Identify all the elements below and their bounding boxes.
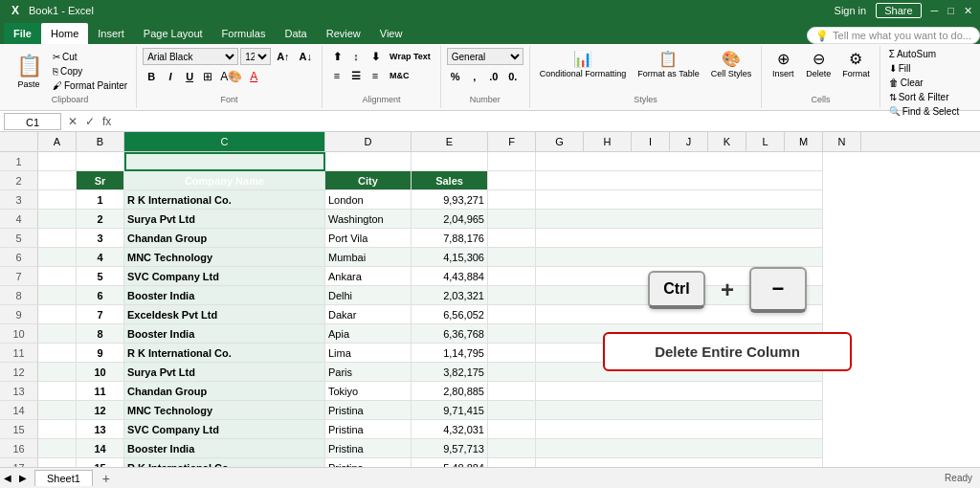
increase-decimal-btn[interactable]: .0 [485,68,502,85]
cell-A17[interactable] [38,458,77,467]
cell-B11[interactable]: 9 [77,344,124,363]
cut-button[interactable]: ✂ Cut [50,51,130,63]
copy-button[interactable]: ⎘ Copy [50,65,130,78]
cell-B16[interactable]: 14 [77,439,124,458]
sort-filter-btn[interactable]: ⇅ Sort & Filter [886,91,962,103]
tab-formulas[interactable]: Formulas [212,23,276,44]
formula-input[interactable] [118,116,976,127]
increase-font-btn[interactable]: A↑ [273,48,293,65]
align-left-btn[interactable]: ≡ [328,67,345,84]
tell-me-bar[interactable]: 💡 Tell me what you want to do... [807,27,980,44]
minimize-btn[interactable]: ─ [931,5,939,16]
cell-E9[interactable]: 6,56,052 [412,305,488,324]
col-header-E[interactable]: E [412,132,488,151]
col-header-K[interactable]: K [708,132,746,151]
cell-C9[interactable]: Exceldesk Pvt Ltd [124,305,325,324]
font-color-icon[interactable]: A [247,69,260,84]
tab-page-layout[interactable]: Page Layout [134,23,212,44]
merge-center-btn[interactable]: M&C [386,67,413,84]
cell-E4[interactable]: 2,04,965 [412,210,488,229]
cell-E17[interactable]: 5,48,884 [412,458,488,467]
tab-review[interactable]: Review [317,23,370,44]
cell-F1[interactable] [488,152,536,171]
col-header-D[interactable]: D [325,132,412,151]
cell-A15[interactable] [38,420,77,439]
cell-E11[interactable]: 1,14,795 [412,344,488,363]
col-header-A[interactable]: A [38,132,77,151]
fill-btn[interactable]: ⬇ Fill [886,62,962,75]
cell-rest-1[interactable] [536,152,823,171]
cell-E3[interactable]: 9,93,271 [412,190,488,210]
cell-C17[interactable]: R K International Co. [124,458,325,467]
cell-A4[interactable] [38,210,77,229]
cell-E12[interactable]: 3,82,175 [412,363,488,382]
cell-E14[interactable]: 9,71,415 [412,401,488,420]
cell-C2-company[interactable]: Company Name [124,171,325,190]
cell-C3[interactable]: R K International Co. [124,190,325,210]
cell-B10[interactable]: 8 [77,324,124,344]
cell-C4[interactable]: Surya Pvt Ltd [124,210,325,229]
cell-D14[interactable]: Pristina [325,401,412,420]
cell-C5[interactable]: Chandan Group [124,229,325,248]
tab-file[interactable]: File [4,23,41,44]
font-name-select[interactable]: Arial Black [143,48,238,65]
cell-A16[interactable] [38,439,77,458]
insert-function-btn[interactable]: fx [100,115,114,128]
col-header-C[interactable]: C [124,132,325,151]
cell-F10[interactable] [488,324,536,344]
cell-B6[interactable]: 4 [77,248,124,267]
tab-view[interactable]: View [370,23,412,44]
cell-D3[interactable]: London [325,190,412,210]
cell-B1[interactable] [77,152,124,171]
cell-E13[interactable]: 2,80,885 [412,382,488,401]
col-header-N[interactable]: N [823,132,861,151]
tab-data[interactable]: Data [275,23,316,44]
paste-button[interactable]: 📋 Paste [10,52,48,91]
percent-btn[interactable]: % [447,68,464,85]
cell-C16[interactable]: Booster India [124,439,325,458]
cell-C12[interactable]: Surya Pvt Ltd [124,363,325,382]
cell-F16[interactable] [488,439,536,458]
insert-btn[interactable]: ⊕ Insert [768,48,798,80]
cell-rest-16[interactable] [536,439,823,458]
cell-A12[interactable] [38,363,77,382]
cell-D17[interactable]: Pristina [325,458,412,467]
cell-F4[interactable] [488,210,536,229]
cell-D5[interactable]: Port Vila [325,229,412,248]
decrease-decimal-btn[interactable]: 0. [504,68,522,85]
cell-D2-city[interactable]: City [325,171,412,190]
cell-rest-17[interactable] [536,458,823,467]
cell-B2-sr[interactable]: Sr [77,171,124,190]
cell-B5[interactable]: 3 [77,229,124,248]
cell-A9[interactable] [38,305,77,324]
scroll-left-btn[interactable]: ◀ [0,473,15,483]
col-header-F[interactable]: F [488,132,536,151]
font-size-select[interactable]: 12 [240,48,271,65]
cell-D9[interactable]: Dakar [325,305,412,324]
wrap-text-btn[interactable]: Wrap Text [386,48,434,65]
cell-B14[interactable]: 12 [77,401,124,420]
col-header-J[interactable]: J [670,132,708,151]
cell-E15[interactable]: 4,32,031 [412,420,488,439]
format-painter-button[interactable]: 🖌 Format Painter [50,79,130,92]
cell-E8[interactable]: 2,03,321 [412,286,488,305]
conditional-formatting-btn[interactable]: 📊 Conditional Formatting [536,48,631,80]
cell-F13[interactable] [488,382,536,401]
cell-F5[interactable] [488,229,536,248]
cell-F14[interactable] [488,401,536,420]
cell-rest-3[interactable] [536,190,823,210]
align-middle-btn[interactable]: ↕ [347,48,365,65]
cell-A10[interactable] [38,324,77,344]
cell-B8[interactable]: 6 [77,286,124,305]
cell-B3[interactable]: 1 [77,190,124,210]
cell-F15[interactable] [488,420,536,439]
close-btn[interactable]: ✕ [964,5,972,17]
cell-C8[interactable]: Booster India [124,286,325,305]
col-header-B[interactable]: B [77,132,124,151]
align-right-btn[interactable]: ≡ [367,67,384,84]
delete-btn[interactable]: ⊖ Delete [802,48,835,80]
cell-D7[interactable]: Ankara [325,267,412,286]
cell-rest-15[interactable] [536,420,823,439]
cell-A6[interactable] [38,248,77,267]
cell-A5[interactable] [38,229,77,248]
